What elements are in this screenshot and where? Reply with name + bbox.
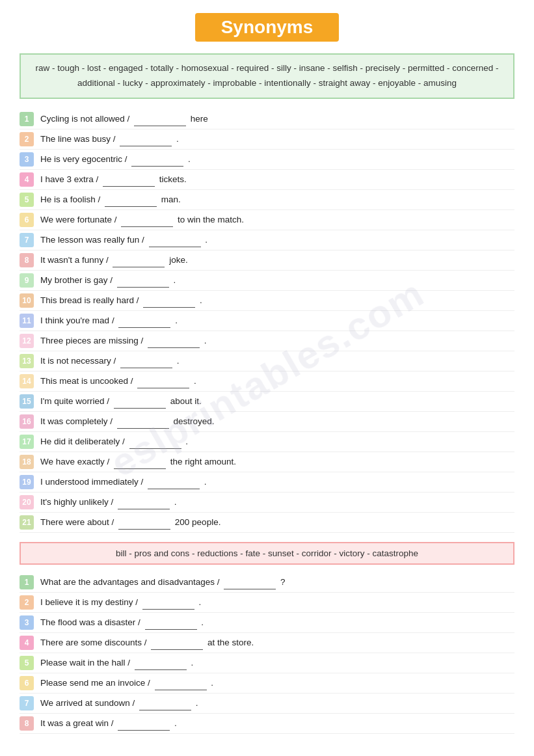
sentence-text: The lesson was really fun / . [40,233,207,247]
list-item: 6We were fortunate / to win the match. [20,210,514,230]
list-item: 5He is a foolish / man. [20,190,514,210]
word-bank-2: bill - pros and cons - reductions - fate… [20,542,514,565]
sentence-text: Cycling is not allowed / here [40,112,208,126]
list-item: 13It is not necessary / . [20,351,514,371]
list-item: 10This bread is really hard / . [20,291,514,311]
list-item: 7The lesson was really fun / . [20,230,514,250]
list-item: 8It was a great win / . [20,714,514,734]
list-item: 14This meat is uncooked / . [20,371,514,392]
answer-blank [149,233,201,247]
number-badge: 8 [20,716,34,731]
sentence-text: There were about / 200 people. [40,515,220,529]
number-badge: 6 [20,676,34,690]
sentence-text: I think you're mad / . [40,314,178,327]
sentence-text: It wasn't a funny / joke. [40,253,188,267]
answer-blank [121,213,173,226]
number-badge: 5 [20,656,34,670]
sentence-text: I understood immediately / . [40,475,207,489]
sentence-text: I have 3 extra / tickets. [40,172,187,186]
answer-blank [129,435,181,448]
list-item: 11I think you're mad / . [20,311,514,331]
number-badge: 7 [20,696,34,710]
number-badge: 20 [20,495,34,509]
sentence-text: We arrived at sundown / . [40,696,198,710]
exercise-list-2: 1What are the advantages and disadvantag… [20,573,514,734]
answer-blank [103,172,155,186]
number-badge: 7 [20,233,34,247]
answer-blank [120,132,172,146]
number-badge: 13 [20,354,34,368]
number-badge: 12 [20,334,34,348]
list-item: 21There were about / 200 people. [20,513,514,533]
answer-blank [145,615,197,629]
list-item: 7We arrived at sundown / . [20,694,514,714]
number-badge: 4 [20,636,34,650]
sentence-text: It was completely / destroyed. [40,414,215,428]
answer-blank [117,414,169,428]
answer-blank [113,253,165,267]
list-item: 15I'm quite worried / about it. [20,392,514,412]
answer-blank [135,656,187,669]
answer-blank [118,515,170,529]
answer-blank [139,696,191,710]
list-item: 2The line was busy / . [20,129,514,150]
list-item: 9My brother is gay / . [20,271,514,291]
answer-blank [114,394,166,408]
answer-blank [142,595,194,609]
sentence-text: The line was busy / . [40,132,179,146]
number-badge: 9 [20,273,34,288]
sentence-text: It's highly unlikely / . [40,495,176,509]
answer-blank [118,495,170,509]
number-badge: 6 [20,213,34,227]
answer-blank [118,314,170,327]
number-badge: 11 [20,314,34,328]
number-badge: 2 [20,132,34,146]
number-badge: 15 [20,394,34,409]
list-item: 1Cycling is not allowed / here [20,109,514,129]
sentence-text: He is a foolish / man. [40,193,181,206]
sentence-text: Three pieces are missing / . [40,334,207,347]
title-container: Synonyms [20,13,514,42]
sentence-text: I believe it is my destiny / . [40,595,201,609]
list-item: 5Please wait in the hall / . [20,653,514,673]
list-item: 3The flood was a disaster / . [20,613,514,633]
sentence-text: We were fortunate / to win the match. [40,213,244,226]
number-badge: 14 [20,374,34,388]
sentence-text: We have exactly / the right amount. [40,455,236,468]
list-item: 18We have exactly / the right amount. [20,452,514,472]
answer-blank [120,354,172,368]
number-badge: 2 [20,595,34,610]
answer-blank [224,575,276,589]
list-item: 16It was completely / destroyed. [20,412,514,432]
answer-blank [143,293,195,307]
sentence-text: I'm quite worried / about it. [40,394,202,408]
list-item: 4There are some discounts / at the store… [20,633,514,653]
number-badge: 5 [20,193,34,207]
answer-blank [117,273,169,287]
word-bank-1: raw - tough - lost - engaged - totally -… [20,53,514,99]
number-badge: 10 [20,293,34,308]
number-badge: 19 [20,475,34,489]
answer-blank [131,152,183,166]
answer-blank [134,112,186,126]
list-item: 6Please send me an invoice / . [20,673,514,694]
list-item: 17He did it deliberately / . [20,432,514,452]
answer-blank [105,193,157,206]
sentence-text: What are the advantages and disadvantage… [40,575,285,589]
number-badge: 1 [20,112,34,126]
sentence-text: This bread is really hard / . [40,293,202,307]
list-item: 8It wasn't a funny / joke. [20,250,514,271]
number-badge: 17 [20,435,34,449]
sentence-text: It is not necessary / . [40,354,180,368]
sentence-text: The flood was a disaster / . [40,615,204,629]
sentence-text: It was a great win / . [40,716,177,730]
list-item: 20It's highly unlikely / . [20,493,514,513]
page-title: Synonyms [195,13,340,42]
list-item: 3He is very egocentric / . [20,150,514,170]
number-badge: 18 [20,455,34,469]
number-badge: 8 [20,253,34,267]
list-item: 1What are the advantages and disadvantag… [20,573,514,593]
answer-blank [137,374,189,388]
number-badge: 4 [20,172,34,187]
sentence-text: He did it deliberately / . [40,435,188,448]
